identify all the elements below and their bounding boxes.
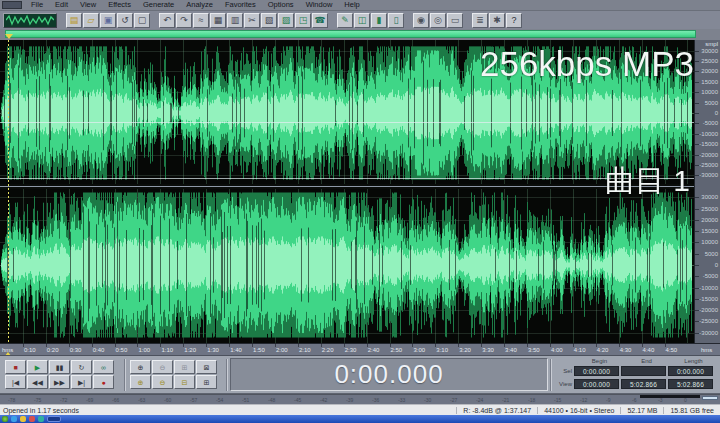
edit-view-toggle-icon[interactable] <box>3 13 57 28</box>
play-looped-button[interactable]: ∞ <box>93 360 114 374</box>
timeline-tick-label: 4:40 <box>643 347 655 354</box>
paste-icon[interactable]: ▧ <box>261 13 277 28</box>
timeline-ruler[interactable]: hmshms0:100:200:300:400:501:001:101:201:… <box>0 343 720 356</box>
start-button-icon[interactable] <box>2 416 8 422</box>
cd-burn-icon[interactable]: ◉ <box>413 13 429 28</box>
overview-navigation-bar[interactable] <box>5 30 696 38</box>
pause-button[interactable]: ▮▮ <box>49 360 70 374</box>
media-player-icon[interactable] <box>29 416 35 422</box>
zoom-sel-right-button[interactable]: ⊞ <box>196 375 217 389</box>
copy-to-new-icon[interactable]: ◳ <box>295 13 311 28</box>
amplitude-tick-label: -10000 <box>699 285 718 291</box>
zoom-out-vertical-button[interactable]: ⊖ <box>152 375 173 389</box>
meter-clip-indicator <box>702 396 718 400</box>
zoom-sel-left-button[interactable]: ⊟ <box>174 375 195 389</box>
menu-item-view[interactable]: View <box>75 0 101 10</box>
zoom-selection-button[interactable]: ⊠ <box>196 360 217 374</box>
scripts-icon[interactable]: ≣ <box>472 13 488 28</box>
zoom-in-button[interactable]: ⊕ <box>130 360 151 374</box>
sel-begin-field[interactable]: 0:00.000 <box>574 366 619 376</box>
status-bar: Opened in 1.17 seconds R: -8.4dB @ 1:37.… <box>0 404 720 415</box>
amplitude-tick <box>695 220 699 221</box>
meter-scale-label: 0 <box>684 397 687 403</box>
amplitude-tick-label: -15000 <box>699 141 718 147</box>
amplitude-tick-label: 30000 <box>701 48 718 54</box>
timeline-tick-label: 0:10 <box>24 347 36 354</box>
menu-item-effects[interactable]: Effects <box>103 0 136 10</box>
sel-end-field[interactable] <box>621 366 666 376</box>
pencil-edit-icon[interactable]: ✎ <box>337 13 353 28</box>
meter-scale-label: -36 <box>372 397 379 403</box>
menu-item-analyze[interactable]: Analyze <box>181 0 218 10</box>
sel-length-field[interactable]: 0:00.000 <box>668 366 713 376</box>
timeline-tick-label: 3:00 <box>413 347 425 354</box>
find-beats-icon[interactable]: ▦ <box>210 13 226 28</box>
view-length-field[interactable]: 5:02.866 <box>668 379 713 389</box>
phone-record-icon[interactable]: ☎ <box>312 13 328 28</box>
control-bar: ■▶▮▮↻∞|◀◀◀▶▶▶|● ⊕⊖⊞⊠⊕⊖⊟⊞ 0:00.000 Begin … <box>0 356 720 394</box>
undo-icon[interactable]: ↶ <box>159 13 175 28</box>
waveform-display[interactable] <box>0 40 694 343</box>
menu-item-options[interactable]: Options <box>263 0 299 10</box>
menu-item-file[interactable]: File <box>26 0 48 10</box>
meter-scale-label: -54 <box>216 397 223 403</box>
cd-list-icon[interactable]: ▭ <box>447 13 463 28</box>
amplitude-tick-label: 15000 <box>701 79 718 85</box>
go-to-end-button[interactable]: ▶| <box>71 375 92 389</box>
cd-track-icon[interactable]: ◎ <box>430 13 446 28</box>
active-app-button[interactable] <box>47 416 61 422</box>
overview-cursor-marker[interactable] <box>5 34 13 39</box>
timeline-tick-label: 1:30 <box>207 347 219 354</box>
marker-icon[interactable]: ◫ <box>354 13 370 28</box>
waveform-area: smpl 300002500020000150001000050000-5000… <box>0 40 720 343</box>
record-button[interactable]: ● <box>93 375 114 389</box>
play-to-end-button[interactable]: ↻ <box>71 360 92 374</box>
copy-icon[interactable]: ▥ <box>227 13 243 28</box>
mix-paste-icon[interactable]: ▨ <box>278 13 294 28</box>
amplitude-tick <box>695 113 699 114</box>
explorer-icon[interactable] <box>20 416 26 422</box>
zoom-out-button[interactable]: ⊖ <box>152 360 173 374</box>
menu-item-window[interactable]: Window <box>301 0 338 10</box>
new-file-icon[interactable]: ▤ <box>66 13 82 28</box>
play-button[interactable]: ▶ <box>27 360 48 374</box>
close-file-icon[interactable]: ▢ <box>134 13 150 28</box>
save-file-icon[interactable]: ▣ <box>100 13 116 28</box>
browser-icon[interactable] <box>11 416 17 422</box>
play-list-icon[interactable]: ▯ <box>388 13 404 28</box>
file-revert-icon[interactable]: ↺ <box>117 13 133 28</box>
amplitude-tick-label: 20000 <box>701 217 718 223</box>
view-end-field[interactable]: 5:02.866 <box>621 379 666 389</box>
stop-button[interactable]: ■ <box>5 360 26 374</box>
go-to-start-button[interactable]: |◀ <box>5 375 26 389</box>
rewind-button[interactable]: ◀◀ <box>27 375 48 389</box>
settings-icon[interactable]: ✱ <box>489 13 505 28</box>
fast-forward-button[interactable]: ▶▶ <box>49 375 70 389</box>
cue-list-icon[interactable]: ▮ <box>371 13 387 28</box>
view-begin-field[interactable]: 0:00.000 <box>574 379 619 389</box>
meter-scale-label: -3 <box>658 397 662 403</box>
zoom-full-button[interactable]: ⊞ <box>174 360 195 374</box>
amplitude-tick <box>695 61 699 62</box>
amplitude-tick <box>695 51 699 52</box>
app-shortcut-icon[interactable] <box>38 416 44 422</box>
amplitude-ruler[interactable]: smpl 300002500020000150001000050000-5000… <box>694 40 720 343</box>
menu-bar: FileEditViewEffectsGenerateAnalyzeFavori… <box>0 0 720 11</box>
menu-item-edit[interactable]: Edit <box>50 0 73 10</box>
menu-item-help[interactable]: Help <box>339 0 364 10</box>
menu-item-generate[interactable]: Generate <box>138 0 179 10</box>
redo-icon[interactable]: ↷ <box>176 13 192 28</box>
zoom-in-vertical-button[interactable]: ⊕ <box>130 375 151 389</box>
time-display-panel[interactable]: 0:00.000 <box>230 358 548 391</box>
app-icon[interactable] <box>2 1 22 9</box>
level-meter[interactable]: -78-75-72-69-66-63-60-57-54-51-48-45-42-… <box>0 394 720 404</box>
open-file-icon[interactable]: ▱ <box>83 13 99 28</box>
meter-scale-label: -75 <box>34 397 41 403</box>
menu-item-favorites[interactable]: Favorites <box>220 0 261 10</box>
amplitude-tick <box>695 82 699 83</box>
cut-icon[interactable]: ✂ <box>244 13 260 28</box>
amplitude-tick-label: 10000 <box>701 89 718 95</box>
zero-cross-icon[interactable]: ≈ <box>193 13 209 28</box>
help-icon[interactable]: ? <box>506 13 522 28</box>
column-header-end: End <box>623 358 670 364</box>
